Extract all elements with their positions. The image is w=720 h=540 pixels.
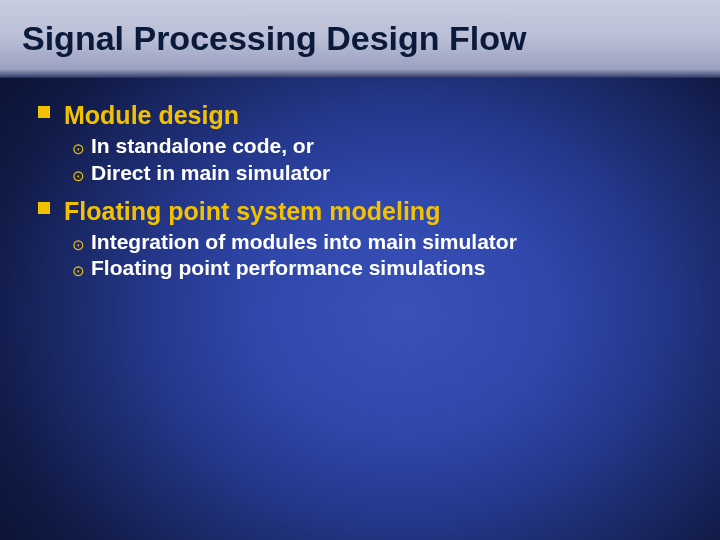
list-item-label: Module design — [64, 100, 239, 131]
circle-dot-bullet-icon: ⊙ — [72, 140, 85, 159]
circle-dot-bullet-icon: ⊙ — [72, 236, 85, 255]
content-area: Module design ⊙ In standalone code, or ⊙… — [38, 94, 690, 292]
title-bar: Signal Processing Design Flow — [0, 0, 720, 78]
list-item: Module design — [38, 100, 690, 131]
list-item: ⊙ Floating point performance simulations — [72, 255, 690, 281]
circle-dot-bullet-icon: ⊙ — [72, 167, 85, 186]
list-item: ⊙ Integration of modules into main simul… — [72, 229, 690, 255]
list-item-label: Floating point system modeling — [64, 196, 440, 227]
sublist: ⊙ Integration of modules into main simul… — [72, 229, 690, 282]
square-bullet-icon — [38, 106, 50, 118]
list-item-label: Floating point performance simulations — [91, 255, 485, 281]
list-item-label: Integration of modules into main simulat… — [91, 229, 517, 255]
square-bullet-icon — [38, 202, 50, 214]
list-item: ⊙ Direct in main simulator — [72, 160, 690, 186]
list-item-label: Direct in main simulator — [91, 160, 330, 186]
slide-title: Signal Processing Design Flow — [22, 19, 526, 58]
circle-dot-bullet-icon: ⊙ — [72, 262, 85, 281]
list-item: Floating point system modeling — [38, 196, 690, 227]
list-item-label: In standalone code, or — [91, 133, 314, 159]
slide: Signal Processing Design Flow Module des… — [0, 0, 720, 540]
list-item: ⊙ In standalone code, or — [72, 133, 690, 159]
sublist: ⊙ In standalone code, or ⊙ Direct in mai… — [72, 133, 690, 186]
